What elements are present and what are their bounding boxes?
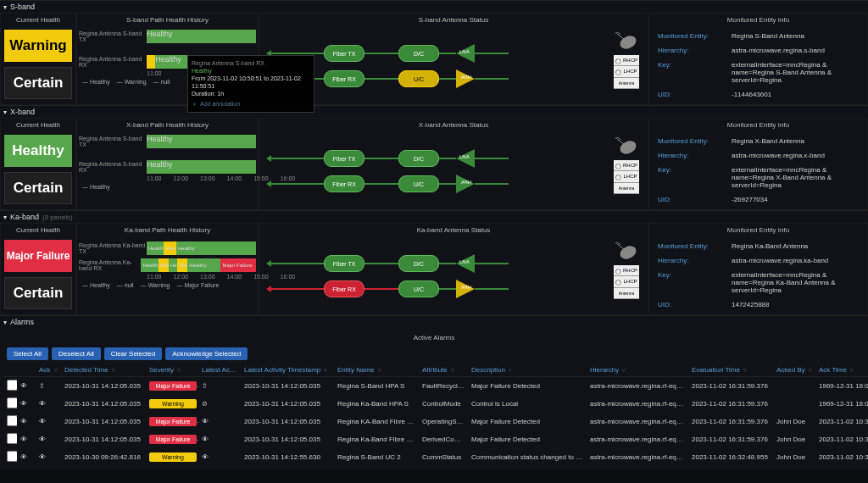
fiber-rx-box[interactable]: Fiber RX (324, 280, 364, 297)
dc-box[interactable]: D/C (398, 255, 439, 272)
filter-icon[interactable]: ▿ (509, 367, 512, 373)
row-checkbox[interactable] (7, 433, 17, 444)
rhcp-slot[interactable]: ◯ RHCP (614, 55, 639, 66)
health-tile-primary[interactable]: Healthy (4, 135, 72, 167)
fiber-tx-box[interactable]: Fiber TX (324, 150, 364, 167)
filter-icon[interactable]: ▿ (743, 367, 747, 373)
history-bar[interactable]: HealthyWarningHealthyWarningHealthyMajor… (141, 258, 256, 272)
add-annotation-button[interactable]: ＋Add annotation (192, 100, 310, 108)
entity-link[interactable]: Regina S-Band UC 2 (337, 453, 401, 461)
lna-amp[interactable]: LNA (456, 44, 475, 63)
alarms-header[interactable]: ▾ Alarms (0, 315, 868, 328)
column-header[interactable]: Description ▿ (468, 364, 587, 377)
column-header[interactable]: Acked By ▿ (773, 364, 815, 377)
health-tile-certainty[interactable]: Certain (4, 172, 72, 204)
activity-icon: ⊘ (202, 400, 208, 408)
eye-icon[interactable]: 👁 (20, 453, 27, 461)
fiber-rx-box[interactable]: Fiber RX (324, 175, 364, 192)
dc-box[interactable]: D/C (398, 150, 439, 167)
antenna-dish: ◯ RHCP◯ LHCPAntenna (614, 242, 639, 299)
current-health-panel: Current Health Warning Certain (0, 13, 76, 105)
lhcp-slot[interactable]: ◯ LHCP (614, 66, 639, 77)
column-header[interactable]: Ack ▿ (36, 364, 61, 377)
health-tile-certainty[interactable]: Certain (4, 67, 72, 99)
fiber-tx-box[interactable]: Fiber TX (324, 255, 364, 272)
column-header[interactable]: Evaluation Time ▿ (688, 364, 773, 377)
severity-pill: Warning (149, 399, 197, 408)
table-row[interactable]: 👁👁2023-10-31 14:12:05.035Major Failure👁2… (3, 413, 868, 430)
table-row[interactable]: 👁👁2023-10-31 14:12:05.035Major Failure👁2… (3, 430, 868, 448)
column-header[interactable]: Detected Time ▿ (61, 364, 146, 377)
ack-icon[interactable]: 👁 (39, 400, 46, 408)
eye-icon[interactable]: 👁 (20, 436, 27, 443)
activity-icon: 👁 (202, 436, 209, 443)
hpa-amp[interactable]: HPA (456, 175, 475, 193)
antenna-dish: ◯ RHCP ◯ LHCP Antenna (614, 31, 639, 89)
severity-pill: Warning (149, 452, 197, 462)
clear-selected-button[interactable]: Clear Selected (104, 347, 162, 360)
uc-box[interactable]: U/C (398, 280, 439, 297)
column-header[interactable]: Severity ▿ (146, 364, 198, 377)
column-header[interactable]: Hierarchy ▿ (587, 364, 688, 377)
eye-icon[interactable]: 👁 (20, 382, 27, 390)
ack-icon[interactable]: 👁 (39, 418, 46, 425)
severity-pill: Major Failure (149, 435, 197, 444)
history-bar-rx[interactable]: Healthy (147, 160, 256, 174)
health-tile-primary[interactable]: Major Failure (4, 240, 72, 272)
antenna-panel: S-band Antenna Status Fiber TX D/C LNA F… (259, 13, 648, 105)
row-checkbox[interactable] (7, 415, 17, 426)
column-header[interactable]: Ack Time ▿ (815, 364, 868, 377)
plus-icon: ＋ (192, 100, 198, 108)
ack-icon[interactable]: ⇧ (39, 382, 45, 390)
filter-icon[interactable]: ▿ (622, 367, 626, 373)
history-bar[interactable]: HealthyWarningHealthy (147, 242, 256, 255)
column-header[interactable]: Latest Activity Timestamp ▿ (241, 364, 334, 377)
table-row[interactable]: 👁👁2023-10-30 09:26:42.816Warning👁2023-10… (3, 448, 868, 466)
band-header-x[interactable]: ▾ X-band (0, 105, 868, 118)
health-tile-primary[interactable]: Warning (4, 30, 72, 62)
entity-link[interactable]: Regina S-Band HPA S (337, 382, 404, 390)
fiber-tx-box[interactable]: Fiber TX (324, 45, 364, 62)
activity-icon: 👁 (202, 418, 209, 425)
eye-icon[interactable]: 👁 (20, 418, 27, 425)
table-row[interactable]: 👁👁2023-10-31 14:12:05.035Warning⊘2023-10… (3, 395, 868, 413)
filter-icon[interactable]: ▿ (324, 367, 327, 373)
table-row[interactable]: 👁⇧2023-10-31 14:12:05.035Major Failure⇧2… (3, 377, 868, 396)
history-tooltip: Regina Antenna S-band RX Healthy From 20… (187, 55, 314, 113)
deselect-all-button[interactable]: Deselect All (52, 347, 101, 360)
row-checkbox[interactable] (7, 380, 17, 391)
entity-link[interactable]: Regina KA-Band Fibre RX B (337, 418, 419, 425)
filter-icon[interactable]: ▿ (112, 367, 115, 373)
filter-icon[interactable]: ▿ (378, 367, 381, 373)
uc-box[interactable]: U/C (398, 70, 439, 87)
ack-icon[interactable]: 👁 (39, 436, 46, 443)
filter-icon[interactable]: ▿ (850, 367, 854, 373)
filter-icon[interactable]: ▿ (177, 367, 181, 373)
row-checkbox[interactable] (7, 451, 17, 462)
filter-icon[interactable]: ▿ (54, 367, 58, 373)
ack-icon[interactable]: 👁 (39, 453, 46, 461)
eye-icon[interactable]: 👁 (20, 400, 27, 408)
lna-amp[interactable]: LNA (456, 149, 475, 168)
entity-link[interactable]: Regina Ka-Band HPA S (337, 400, 409, 408)
band-header-s[interactable]: ▾ S-band (0, 0, 868, 13)
filter-icon[interactable]: ▿ (809, 367, 812, 373)
select-all-button[interactable]: Select All (7, 347, 48, 360)
history-bar-tx[interactable]: Healthy (147, 30, 256, 43)
hpa-amp[interactable]: HPA (456, 69, 475, 88)
lna-amp[interactable]: LNA (456, 254, 475, 273)
history-bar-tx[interactable]: Healthy (147, 135, 256, 148)
column-header[interactable]: Entity Name ▿ (334, 364, 419, 377)
fiber-rx-box[interactable]: Fiber RX (324, 70, 364, 87)
health-tile-certainty[interactable]: Certain (4, 277, 72, 309)
hpa-amp[interactable]: HPA (456, 280, 475, 298)
column-header[interactable]: Attribute ▿ (419, 364, 468, 377)
band-header-ka[interactable]: ▾ Ka-band (8 panels) (0, 210, 868, 223)
entity-link[interactable]: Regina Ka-Band Fibre RX A (337, 436, 419, 443)
uc-box[interactable]: U/C (398, 175, 439, 192)
column-header[interactable]: Latest Activity ▿ (198, 364, 241, 377)
dc-box[interactable]: D/C (398, 45, 439, 62)
row-checkbox[interactable] (7, 397, 17, 408)
filter-icon[interactable]: ▿ (451, 367, 454, 373)
acknowledge-selected-button[interactable]: Acknowledge Selected (165, 347, 248, 360)
